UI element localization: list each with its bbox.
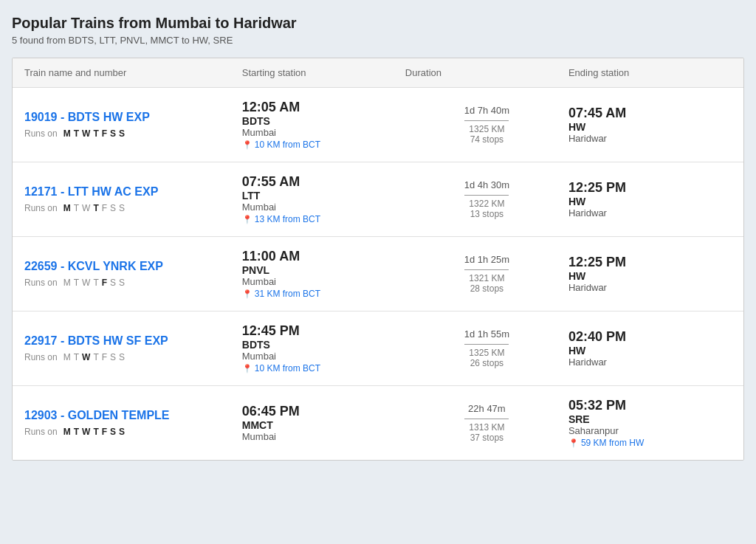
train-name-col: 12171 - LTT HW AC EXP Runs on M T W T F … bbox=[24, 185, 242, 213]
day-label: T bbox=[74, 128, 79, 139]
runs-on: Runs on M T W T F S S bbox=[24, 128, 242, 139]
end-time: 12:25 PM bbox=[568, 180, 732, 196]
end-city: Haridwar bbox=[568, 282, 732, 293]
start-time: 12:05 AM bbox=[242, 100, 405, 115]
duration-inner: 1d 1h 55m 1325 KM 26 stops bbox=[464, 328, 509, 368]
page-subtitle: 5 found from BDTS, LTT, PNVL, MMCT to HW… bbox=[12, 35, 744, 46]
day-label: T bbox=[93, 427, 98, 437]
duration-text: 1d 1h 55m bbox=[464, 328, 509, 340]
end-code: HW bbox=[568, 270, 732, 282]
starting-col: 12:45 PM BDTS Mumbai 📍 10 KM from BCT bbox=[242, 323, 405, 373]
table-header: Train name and number Starting station D… bbox=[13, 58, 743, 88]
km-text: 1322 KM bbox=[469, 199, 504, 209]
ending-col: 07:45 AM HW Haridwar bbox=[568, 106, 732, 144]
end-code: SRE bbox=[568, 413, 732, 425]
stops-text: 13 stops bbox=[470, 209, 504, 219]
train-link[interactable]: 12171 - LTT HW AC EXP bbox=[24, 185, 242, 199]
starting-col: 12:05 AM BDTS Mumbai 📍 10 KM from BCT bbox=[242, 100, 405, 150]
page-title: Popular Trains from Mumbai to Haridwar bbox=[12, 15, 744, 32]
train-link[interactable]: 19019 - BDTS HW EXP bbox=[24, 111, 242, 124]
day-label: T bbox=[74, 203, 79, 213]
end-city: Haridwar bbox=[568, 357, 732, 368]
start-code: BDTS bbox=[242, 339, 405, 351]
start-code: BDTS bbox=[242, 115, 405, 127]
duration-line bbox=[464, 120, 509, 121]
day-label: S bbox=[110, 203, 116, 213]
train-link[interactable]: 22659 - KCVL YNRK EXP bbox=[24, 260, 242, 273]
duration-col: 1d 4h 30m 1322 KM 13 stops bbox=[405, 179, 568, 219]
train-row: 19019 - BDTS HW EXP Runs on M T W T F S … bbox=[13, 88, 743, 162]
start-time: 12:45 PM bbox=[242, 323, 405, 339]
end-code: HW bbox=[568, 121, 732, 133]
duration-line bbox=[464, 195, 509, 196]
ending-col: 05:32 PM SRE Saharanpur 📍 59 KM from HW bbox=[568, 398, 732, 448]
day-label: T bbox=[93, 128, 98, 139]
train-name-col: 12903 - GOLDEN TEMPLE Runs on M T W T F … bbox=[24, 409, 242, 437]
duration-text: 1d 4h 30m bbox=[464, 179, 509, 190]
start-distance-link[interactable]: 📍 31 KM from BCT bbox=[242, 289, 405, 299]
runs-on: Runs on M T W T F S S bbox=[24, 278, 242, 288]
runs-on-label: Runs on bbox=[24, 203, 58, 213]
pin-icon: 📍 bbox=[242, 289, 252, 299]
runs-on-label: Runs on bbox=[24, 427, 58, 437]
start-code: PNVL bbox=[242, 264, 405, 276]
duration-col: 1d 1h 25m 1321 KM 28 stops bbox=[405, 254, 568, 294]
start-distance-link[interactable]: 📍 10 KM from BCT bbox=[242, 140, 405, 150]
pin-icon: 📍 bbox=[568, 438, 579, 448]
train-link[interactable]: 12903 - GOLDEN TEMPLE bbox=[24, 409, 242, 422]
duration-inner: 1d 1h 25m 1321 KM 28 stops bbox=[464, 254, 509, 294]
duration-text: 22h 47m bbox=[468, 403, 506, 414]
end-time: 07:45 AM bbox=[568, 106, 732, 121]
start-city: Mumbai bbox=[242, 431, 405, 442]
km-text: 1325 KM bbox=[469, 124, 504, 134]
end-code: HW bbox=[568, 345, 732, 357]
start-time: 06:45 PM bbox=[242, 404, 405, 419]
trains-table: Train name and number Starting station D… bbox=[12, 58, 744, 461]
train-row: 22917 - BDTS HW SF EXP Runs on M T W T F… bbox=[13, 311, 743, 386]
km-text: 1325 KM bbox=[469, 348, 504, 358]
pin-icon: 📍 bbox=[242, 215, 252, 224]
day-label: S bbox=[110, 128, 116, 139]
duration-col: 1d 1h 55m 1325 KM 26 stops bbox=[405, 328, 568, 368]
day-label: T bbox=[74, 352, 79, 362]
train-row: 22659 - KCVL YNRK EXP Runs on M T W T F … bbox=[13, 237, 743, 311]
runs-on-label: Runs on bbox=[24, 352, 58, 362]
day-label: F bbox=[102, 128, 107, 139]
start-code: LTT bbox=[242, 190, 405, 202]
start-distance-link[interactable]: 📍 13 KM from BCT bbox=[242, 214, 405, 224]
day-label: M bbox=[63, 352, 71, 362]
day-label: S bbox=[119, 128, 125, 139]
starting-col: 06:45 PM MMCT Mumbai bbox=[242, 404, 405, 442]
day-label: T bbox=[74, 278, 79, 288]
day-label: W bbox=[82, 278, 90, 288]
col-ending: Ending station bbox=[568, 67, 732, 78]
start-distance-link[interactable]: 📍 10 KM from BCT bbox=[242, 363, 405, 373]
train-name-col: 22659 - KCVL YNRK EXP Runs on M T W T F … bbox=[24, 260, 242, 288]
start-code: MMCT bbox=[242, 419, 405, 431]
train-name-col: 22917 - BDTS HW SF EXP Runs on M T W T F… bbox=[24, 334, 242, 362]
start-city: Mumbai bbox=[242, 127, 405, 138]
train-row: 12171 - LTT HW AC EXP Runs on M T W T F … bbox=[13, 162, 743, 237]
runs-on: Runs on M T W T F S S bbox=[24, 427, 242, 437]
pin-icon: 📍 bbox=[242, 140, 252, 150]
start-time: 07:55 AM bbox=[242, 174, 405, 190]
day-label: T bbox=[93, 203, 98, 213]
duration-text: 1d 1h 25m bbox=[464, 254, 509, 265]
end-distance-link[interactable]: 📍 59 KM from HW bbox=[568, 438, 732, 448]
duration-col: 22h 47m 1313 KM 37 stops bbox=[405, 403, 568, 443]
ending-col: 12:25 PM HW Haridwar bbox=[568, 255, 732, 293]
day-label: F bbox=[102, 203, 107, 213]
runs-on-label: Runs on bbox=[24, 278, 58, 288]
train-link[interactable]: 22917 - BDTS HW SF EXP bbox=[24, 334, 242, 348]
day-label: S bbox=[110, 427, 116, 437]
day-label: W bbox=[82, 203, 90, 213]
start-city: Mumbai bbox=[242, 202, 405, 213]
col-starting: Starting station bbox=[242, 67, 405, 78]
day-label: F bbox=[102, 352, 107, 362]
start-city: Mumbai bbox=[242, 351, 405, 362]
duration-inner: 1d 4h 30m 1322 KM 13 stops bbox=[464, 179, 509, 219]
day-label: F bbox=[102, 278, 107, 288]
end-city: Haridwar bbox=[568, 207, 732, 218]
duration-inner: 1d 7h 40m 1325 KM 74 stops bbox=[464, 105, 509, 145]
end-city: Saharanpur bbox=[568, 425, 732, 436]
